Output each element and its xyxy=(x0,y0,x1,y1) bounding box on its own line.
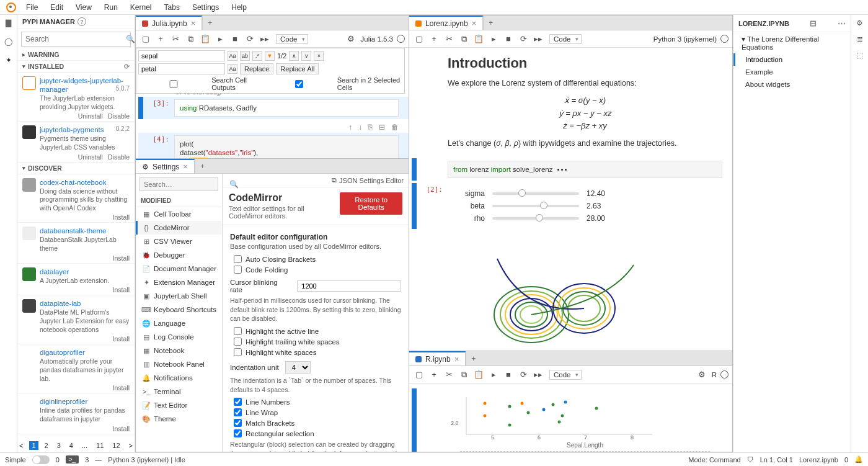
disable-button[interactable]: Disable xyxy=(108,112,130,120)
case-icon[interactable]: Aa xyxy=(228,51,237,61)
extension-search[interactable]: 🔍 xyxy=(21,32,131,47)
settings-item-jupyterlab-shell[interactable]: ▣JupyterLab Shell xyxy=(136,289,222,303)
gear-icon[interactable]: ⚙ xyxy=(696,369,708,381)
install-button[interactable]: Install xyxy=(113,335,130,343)
add-cell-icon[interactable]: + xyxy=(154,33,167,45)
run-all-icon[interactable]: ▸▸ xyxy=(259,33,271,45)
stop-icon[interactable]: ■ xyxy=(502,33,515,45)
settings-item-codemirror[interactable]: {}CodeMirror xyxy=(136,221,222,235)
uninstall-button[interactable]: Uninstall xyxy=(78,112,103,120)
warning-section[interactable]: ▸WARNING xyxy=(17,49,135,61)
extension-item[interactable]: datalayer A JupyterLab extension. Instal… xyxy=(17,264,135,296)
tab-r[interactable]: R.ipynb× xyxy=(409,351,466,365)
tab-julia[interactable]: Julia.ipynb× xyxy=(136,16,202,30)
toc-item[interactable]: Introduction xyxy=(733,53,851,66)
settings-item-terminal[interactable]: >_Terminal xyxy=(136,385,222,398)
bell-icon[interactable]: 🔔 xyxy=(854,455,863,464)
code-using[interactable]: using RDatasets, Gadfly xyxy=(174,99,399,117)
cell-type-select[interactable]: Code xyxy=(276,34,308,44)
replace-button[interactable]: Replace xyxy=(240,63,273,74)
link-icon[interactable]: ⎘ xyxy=(368,123,373,132)
run-icon[interactable]: ▸ xyxy=(487,369,500,381)
search-icon[interactable]: 🔍 xyxy=(122,35,135,43)
filter-icon[interactable]: ▼ xyxy=(265,51,275,61)
debug-icon[interactable]: ⬚ xyxy=(856,51,863,60)
hl-active-checkbox[interactable] xyxy=(234,327,242,335)
add-tab-button[interactable]: + xyxy=(466,351,480,365)
close-icon[interactable]: × xyxy=(472,19,477,28)
extension-name[interactable]: datalayer xyxy=(40,268,69,276)
paste-icon[interactable]: 📋 xyxy=(472,33,485,45)
extension-name[interactable]: databeanstalk-theme xyxy=(40,227,106,235)
more-icon[interactable]: ⋯ xyxy=(838,19,846,28)
rho-slider[interactable] xyxy=(492,217,579,220)
beta-slider[interactable] xyxy=(492,205,579,207)
menu-kernel[interactable]: Kernel xyxy=(124,2,158,13)
copy-icon[interactable]: ⧉ xyxy=(184,33,197,45)
settings-item-notifications[interactable]: 🔔Notifications xyxy=(136,371,222,385)
next-icon[interactable]: ∨ xyxy=(301,51,311,61)
settings-item-log-console[interactable]: ▤Log Console xyxy=(136,330,222,344)
search-selected-checkbox[interactable] xyxy=(264,80,334,88)
preserve-case-icon[interactable]: Aa xyxy=(228,64,237,74)
installed-section[interactable]: ▾INSTALLED⟳ xyxy=(17,61,135,73)
extension-item[interactable]: databeanstalk-theme DatabeanStalk Jupyte… xyxy=(17,223,135,263)
add-cell-icon[interactable]: + xyxy=(428,369,440,381)
save-icon[interactable]: ▢ xyxy=(413,369,425,381)
match-checkbox[interactable] xyxy=(234,419,242,427)
menu-file[interactable]: File xyxy=(20,2,44,13)
settings-item-document-manager[interactable]: 📄Document Manager xyxy=(136,262,222,276)
file-status[interactable]: Lorenz.ipynb xyxy=(799,456,838,464)
more-icon[interactable]: ⊟ xyxy=(379,123,385,132)
simple-toggle[interactable] xyxy=(32,455,50,464)
prev-icon[interactable]: ∧ xyxy=(289,51,299,61)
restart-icon[interactable]: ⟳ xyxy=(517,369,529,381)
kernel-name[interactable]: R xyxy=(712,371,717,379)
page->[interactable]: > xyxy=(126,441,135,450)
run-icon[interactable]: ▸ xyxy=(487,33,500,45)
move-down-icon[interactable]: ↓ xyxy=(358,123,362,132)
copy-icon[interactable]: ⧉ xyxy=(458,33,470,45)
rect-checkbox[interactable] xyxy=(234,429,242,437)
paste-icon[interactable]: 📋 xyxy=(472,369,485,381)
settings-item-notebook[interactable]: ▦Notebook xyxy=(136,344,222,357)
page-12[interactable]: 12 xyxy=(110,441,122,450)
word-icon[interactable]: ab xyxy=(240,51,250,61)
search-input[interactable] xyxy=(22,35,122,43)
search-outputs-checkbox[interactable] xyxy=(138,80,209,88)
replace-all-button[interactable]: Replace All xyxy=(276,63,319,74)
add-cell-icon[interactable]: + xyxy=(428,33,440,45)
page-3[interactable]: 3 xyxy=(55,441,63,450)
terminal-badge[interactable]: >_ xyxy=(66,455,79,464)
menu-tabs[interactable]: Tabs xyxy=(158,2,186,13)
stop-icon[interactable]: ■ xyxy=(502,369,515,381)
notebook-body[interactable]: Introduction We explore the Lorenz syste… xyxy=(409,48,732,351)
toc-item[interactable]: Example xyxy=(733,66,851,78)
restart-icon[interactable]: ⟳ xyxy=(517,33,529,45)
hl-trail-checkbox[interactable] xyxy=(234,338,242,346)
settings-item-cell-toolbar[interactable]: ▦Cell Toolbar xyxy=(136,207,222,221)
gear-icon[interactable]: ⚙ xyxy=(345,33,357,45)
cell-type-select[interactable]: Code xyxy=(549,370,582,380)
settings-item-notebook-panel[interactable]: ▥Notebook Panel xyxy=(136,357,222,371)
hl-ws-checkbox[interactable] xyxy=(234,348,242,356)
close-icon[interactable]: × xyxy=(191,19,196,28)
discover-section[interactable]: ▾DISCOVER xyxy=(17,163,135,174)
menu-settings[interactable]: Settings xyxy=(186,2,225,13)
refresh-icon[interactable]: ⟳ xyxy=(124,63,130,70)
delete-icon[interactable]: 🗑 xyxy=(391,123,399,132)
help-icon[interactable]: ? xyxy=(78,17,86,26)
install-button[interactable]: Install xyxy=(113,213,130,221)
indent-select[interactable]: 4 xyxy=(285,361,311,374)
code-plot[interactable]: plot( dataset("datasets","iris"), x="Sep… xyxy=(174,135,399,158)
kernel-name[interactable]: Python 3 (ipykernel) xyxy=(653,35,717,43)
menu-help[interactable]: Help xyxy=(225,2,253,13)
wrap-checkbox[interactable] xyxy=(234,408,242,416)
page-<[interactable]: < xyxy=(17,441,25,450)
settings-item-debugger[interactable]: 🐞Debugger xyxy=(136,248,222,262)
add-tab-button[interactable]: + xyxy=(483,16,498,30)
settings-item-language[interactable]: 🌐Language xyxy=(136,316,222,330)
menu-run[interactable]: Run xyxy=(98,2,124,13)
run-all-icon[interactable]: ▸▸ xyxy=(532,33,544,45)
regex-icon[interactable]: .* xyxy=(252,51,262,61)
